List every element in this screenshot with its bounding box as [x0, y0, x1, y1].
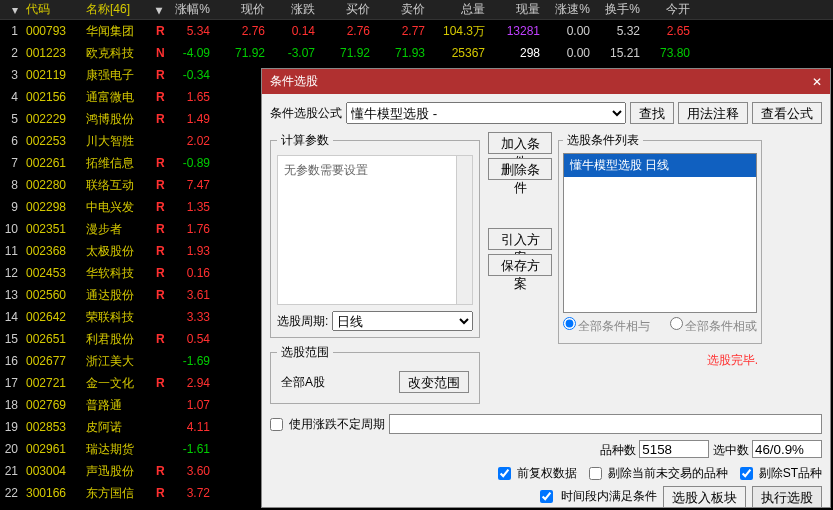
dialog-titlebar[interactable]: 条件选股 ✕ [262, 69, 830, 94]
cond-list[interactable]: 懂牛模型选股 日线 [563, 153, 757, 313]
fq-label: 前复权数据 [517, 465, 577, 482]
add-cond-button[interactable]: 加入条件 [488, 132, 552, 154]
col-vol[interactable]: 总量 [429, 1, 489, 18]
col-flag-sort[interactable]: ▾ [152, 3, 164, 17]
del-cond-button[interactable]: 删除条件 [488, 158, 552, 180]
status-text: 选股完毕. [707, 353, 758, 367]
range-value: 全部A股 [281, 374, 325, 391]
formula-select[interactable]: 懂牛模型选股 - [346, 102, 626, 124]
exclude-checkbox[interactable] [589, 467, 602, 480]
exec-button[interactable]: 执行选股 [752, 486, 822, 508]
exclude-label: 剔除当前未交易的品种 [608, 465, 728, 482]
col-price[interactable]: 现价 [214, 1, 269, 18]
col-speed[interactable]: 涨速% [544, 1, 594, 18]
close-icon[interactable]: ✕ [812, 75, 822, 89]
col-code[interactable]: 代码 [22, 1, 82, 18]
table-row[interactable]: 1000793华闻集团R5.342.760.142.762.77104.3万13… [0, 20, 833, 42]
cond-item[interactable]: 懂牛模型选股 日线 [564, 154, 756, 177]
change-range-button[interactable]: 改变范围 [399, 371, 469, 393]
period-label: 选股周期: [277, 313, 328, 330]
import-button[interactable]: 引入方案 [488, 228, 552, 250]
to-block-button[interactable]: 选股入板块 [663, 486, 746, 508]
view-formula-button[interactable]: 查看公式 [752, 102, 822, 124]
dialog-title-text: 条件选股 [270, 73, 318, 90]
col-ask[interactable]: 卖价 [374, 1, 429, 18]
time-label: 时间段内满足条件 [561, 488, 657, 505]
find-button[interactable]: 查找 [630, 102, 674, 124]
save-button[interactable]: 保存方案 [488, 254, 552, 276]
fq-checkbox[interactable] [498, 467, 511, 480]
range-legend: 选股范围 [277, 344, 333, 361]
count-value [639, 440, 709, 458]
col-pct[interactable]: 涨幅% [164, 1, 214, 18]
col-open[interactable]: 今开 [644, 1, 694, 18]
scrollbar[interactable] [456, 156, 472, 304]
uncertain-input[interactable] [389, 414, 822, 434]
hit-label: 选中数 [713, 443, 749, 457]
params-legend: 计算参数 [277, 132, 333, 149]
usage-button[interactable]: 用法注释 [678, 102, 748, 124]
col-turn[interactable]: 换手% [594, 1, 644, 18]
params-text: 无参数需要设置 [284, 163, 368, 177]
col-chg[interactable]: 涨跌 [269, 1, 319, 18]
hit-value [752, 440, 822, 458]
st-checkbox[interactable] [740, 467, 753, 480]
table-row[interactable]: 2001223欧克科技N-4.0971.92-3.0771.9271.93253… [0, 42, 833, 64]
range-fieldset: 选股范围 全部A股 改变范围 [270, 344, 480, 404]
col-name[interactable]: 名称[46] [82, 1, 152, 18]
params-box: 无参数需要设置 [277, 155, 473, 305]
time-checkbox[interactable] [540, 490, 553, 503]
st-label: 剔除ST品种 [759, 465, 822, 482]
col-nvol[interactable]: 现量 [489, 1, 544, 18]
formula-label: 条件选股公式 [270, 105, 342, 122]
col-bid[interactable]: 买价 [319, 1, 374, 18]
uncertain-checkbox[interactable] [270, 418, 283, 431]
condition-dialog: 条件选股 ✕ 条件选股公式 懂牛模型选股 - 查找 用法注释 查看公式 计算参数… [261, 68, 831, 508]
radio-and[interactable]: 全部条件相与 [563, 317, 650, 335]
col-sort-icon[interactable]: ▾ [0, 3, 22, 17]
cond-list-legend: 选股条件列表 [563, 132, 643, 149]
table-header: ▾ 代码 名称[46] ▾ 涨幅% 现价 涨跌 买价 卖价 总量 现量 涨速% … [0, 0, 833, 20]
count-label: 品种数 [600, 443, 636, 457]
params-fieldset: 计算参数 无参数需要设置 选股周期: 日线 [270, 132, 480, 338]
radio-or[interactable]: 全部条件相或 [670, 317, 757, 335]
period-select[interactable]: 日线 [332, 311, 473, 331]
cond-list-fieldset: 选股条件列表 懂牛模型选股 日线 全部条件相与 全部条件相或 [558, 132, 762, 344]
uncertain-label: 使用涨跌不定周期 [289, 416, 385, 433]
